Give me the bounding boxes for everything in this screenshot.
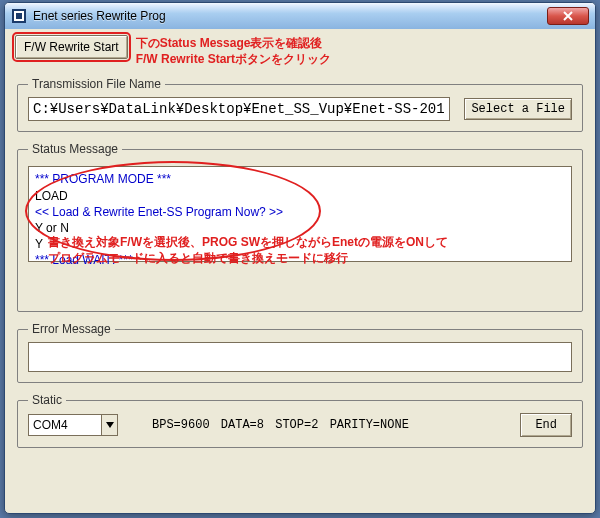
status-line: << Load & Rewrite Enet-SS Program Now? >… xyxy=(35,204,565,220)
status-legend: Status Message xyxy=(28,142,122,156)
error-fieldset: Error Message xyxy=(17,322,583,383)
file-path-input[interactable] xyxy=(28,97,450,121)
client-area: F/W Rewrite Start 下のStatus Message表示を確認後… xyxy=(5,29,595,456)
com-port-value: COM4 xyxy=(29,418,101,432)
fw-rewrite-start-button[interactable]: F/W Rewrite Start xyxy=(15,35,128,59)
error-legend: Error Message xyxy=(28,322,115,336)
static-fieldset: Static COM4 BPS=9600 DATA=8 STOP=2 PARIT… xyxy=(17,393,583,448)
annotation-status-line1: 書き換え対象F/Wを選択後、PROG SWを押しながらEnetの電源をONして xyxy=(48,234,448,250)
close-button[interactable] xyxy=(547,7,589,25)
annotation-top-line1: 下のStatus Message表示を確認後 xyxy=(136,35,331,51)
end-button[interactable]: End xyxy=(520,413,572,437)
titlebar[interactable]: Enet series Rewrite Prog xyxy=(5,3,595,29)
status-fieldset: Status Message *** PROGRAM MODE *** LOAD… xyxy=(17,142,583,312)
transmission-file-fieldset: Transmission File Name Select a File xyxy=(17,77,583,132)
com-port-select[interactable]: COM4 xyxy=(28,414,118,436)
svg-rect-2 xyxy=(16,13,22,19)
annotation-status-line2: プログラムモードに入ると自動で書き換えモードに移行 xyxy=(48,250,448,266)
static-legend: Static xyxy=(28,393,66,407)
status-line: LOAD xyxy=(35,188,565,204)
serial-params-label: BPS=9600 DATA=8 STOP=2 PARITY=NONE xyxy=(152,418,409,432)
error-textbox[interactable] xyxy=(28,342,572,372)
transmission-file-legend: Transmission File Name xyxy=(28,77,165,91)
annotation-top: 下のStatus Message表示を確認後 F/W Rewrite Start… xyxy=(136,35,331,67)
window: Enet series Rewrite Prog F/W Rewrite Sta… xyxy=(4,2,596,514)
app-icon xyxy=(11,8,27,24)
status-line: *** PROGRAM MODE *** xyxy=(35,171,565,187)
close-icon xyxy=(563,11,573,21)
chevron-down-icon xyxy=(101,415,117,435)
window-title: Enet series Rewrite Prog xyxy=(33,9,547,23)
annotation-top-line2: F/W Rewrite Startボタンをクリック xyxy=(136,51,331,67)
select-file-button[interactable]: Select a File xyxy=(464,98,572,120)
annotation-status: 書き換え対象F/Wを選択後、PROG SWを押しながらEnetの電源をONして … xyxy=(48,234,448,266)
